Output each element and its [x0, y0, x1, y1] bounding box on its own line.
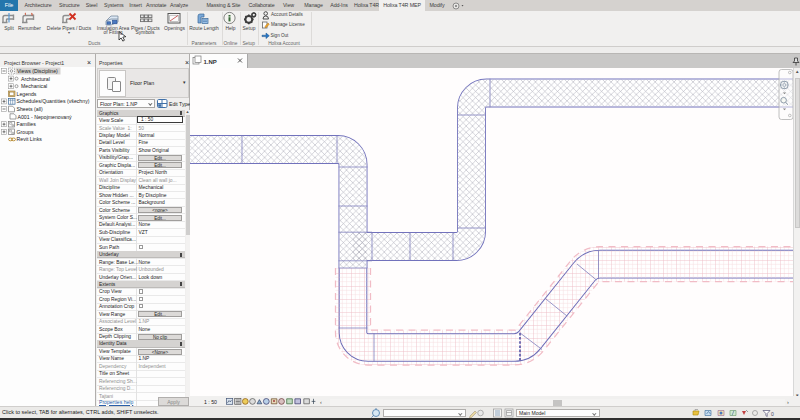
svg-text:1.NP: 1.NP — [204, 59, 217, 65]
svg-text:0: 0 — [771, 411, 774, 417]
svg-text:Views (Discipline): Views (Discipline) — [17, 68, 58, 74]
